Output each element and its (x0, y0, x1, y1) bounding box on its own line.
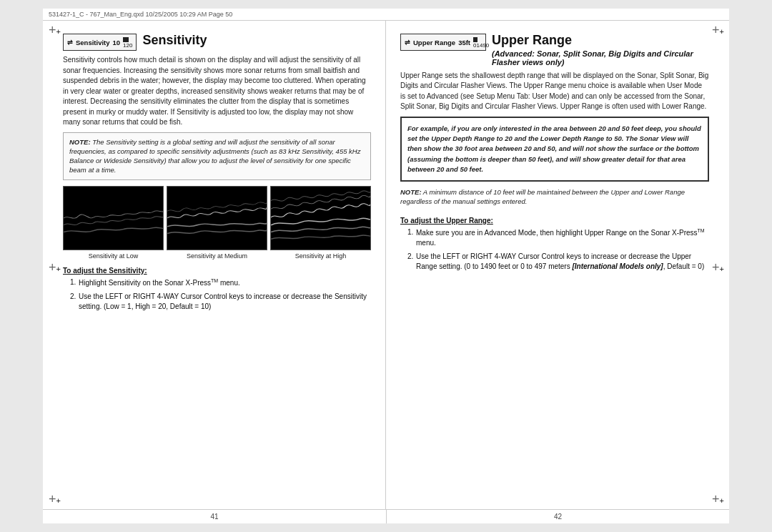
upper-range-step-1: Make sure you are in Advanced Mode, then… (407, 227, 709, 249)
sensitivity-note-label: NOTE: (69, 138, 91, 146)
svg-rect-2 (271, 187, 370, 250)
sensitivity-adjust-title: To adjust the Sensitivity: (63, 267, 371, 275)
content-area: ⇌ Sensitivity 10 1 20 Sensitivity Sensit… (43, 21, 729, 509)
upper-range-adjust-title: To adjust the Upper Range: (400, 217, 709, 225)
sensitivity-step-2: Use the LEFT or RIGHT 4-WAY Cursor Contr… (70, 292, 371, 312)
upper-range-subtitle: (Advanced: Sonar, Split Sonar, Big Digit… (492, 49, 709, 66)
sensitivity-adjust-section: To adjust the Sensitivity: Highlight Sen… (63, 267, 371, 315)
upper-range-menu-box: ⇌ Upper Range 35ft 0 1490 (400, 34, 486, 51)
tm-mark-2: TM (698, 228, 705, 233)
upper-range-note-label: NOTE: (400, 188, 422, 196)
sonar-img-high: 28" 14.2" 60 Sensitivity (270, 186, 371, 260)
sensitivity-menu-label: Sensitivity (76, 39, 110, 46)
sonar-display-high: 28" 14.2" 60 (270, 186, 371, 250)
upper-range-adjust-list: Make sure you are in Advanced Mode, then… (400, 227, 709, 272)
svg-rect-1 (167, 187, 267, 250)
upper-range-callout-box: For example, if you are only interested … (400, 117, 709, 182)
sonar-med-label: Sensitivity at Medium (187, 252, 247, 260)
upper-range-heading-row: ⇌ Upper Range 35ft 0 1490 Upper Range (A… (400, 34, 709, 66)
sonar-img-medium: 28" 14.2" 60 Sensitivity at Medium (167, 186, 267, 260)
right-page-number: 42 (554, 513, 562, 521)
sensitivity-menu-box: ⇌ Sensitivity 10 1 20 (63, 34, 137, 51)
upper-range-step-2: Use the LEFT or RIGHT 4-WAY Cursor Contr… (407, 252, 709, 272)
upper-range-adjust-section: To adjust the Upper Range: Make sure you… (400, 217, 709, 275)
upper-range-menu-value: 35ft (458, 39, 470, 46)
sonar-images-row: 28" 14.2" 60 Sensitivity at Low (63, 186, 371, 260)
header-bar: 531427-1_C - 767_Man_Eng.qxd 10/25/2005 … (43, 9, 729, 21)
footer-page-num-right: 42 (386, 510, 729, 523)
left-page-number: 41 (210, 513, 218, 521)
header-text: 531427-1_C - 767_Man_Eng.qxd 10/25/2005 … (49, 11, 232, 18)
sensitivity-note-box: NOTE: The Sensitivity setting is a globa… (63, 132, 371, 180)
sensitivity-note-text: The Sensitivity setting is a global sett… (69, 138, 360, 174)
sonar-img-low: 28" 14.2" 60 Sensitivity at Low (63, 186, 164, 260)
sensitivity-body-text: Sensitivity controls how much detail is … (63, 55, 371, 128)
tm-mark-1: TM (211, 278, 218, 283)
page-right: ⇌ Upper Range 35ft 0 1490 Upper Range (A… (386, 21, 729, 509)
intl-models-label: [International Models only] (572, 262, 663, 270)
upper-range-callout-text: For example, if you are only interested … (407, 124, 701, 173)
sensitivity-adjust-list: Highlight Sensitivity on the Sonar X-Pre… (63, 277, 371, 312)
sensitivity-step-1: Highlight Sensitivity on the Sonar X-Pre… (70, 277, 371, 289)
upper-range-end: 1490 (476, 42, 489, 49)
upper-range-note: NOTE: A minimum distance of 10 feet will… (400, 187, 709, 207)
upper-range-body-text: Upper Range sets the shallowest depth ra… (400, 71, 709, 112)
upper-range-title: Upper Range (492, 34, 709, 48)
page-footer: 41 42 (43, 509, 729, 523)
sensitivity-menu-value: 10 (113, 39, 121, 46)
sonar-high-label: Sensitivity at High (295, 252, 347, 260)
sensitivity-heading-row: ⇌ Sensitivity 10 1 20 Sensitivity (63, 34, 371, 51)
footer-page-num-left: 41 (43, 510, 386, 523)
page-container: + + + + + + 531427-1_C - 767_Man_Eng.qxd… (43, 9, 729, 523)
sensitivity-title: Sensitivity (142, 34, 207, 48)
upper-range-menu-label: Upper Range (413, 39, 455, 46)
sonar-low-label: Sensitivity at Low (89, 252, 139, 260)
sensitivity-range-end: 20 (127, 42, 133, 49)
upper-range-note-text: A minimum distance of 10 feet will be ma… (400, 188, 685, 205)
page-left: ⇌ Sensitivity 10 1 20 Sensitivity Sensit… (43, 21, 386, 509)
sonar-display-low: 28" 14.2" 60 (63, 186, 164, 250)
sonar-display-medium: 28" 14.2" 60 (167, 186, 267, 250)
